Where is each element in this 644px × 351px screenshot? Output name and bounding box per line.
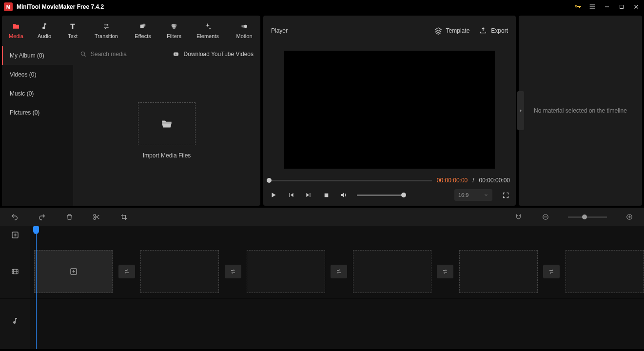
audio-track-icon bbox=[0, 298, 30, 342]
download-icon bbox=[69, 267, 78, 276]
redo-button[interactable] bbox=[37, 212, 47, 222]
hamburger-icon[interactable] bbox=[588, 3, 596, 11]
volume-slider[interactable] bbox=[357, 195, 404, 196]
tab-media[interactable]: Media bbox=[2, 19, 30, 43]
maximize-icon[interactable] bbox=[618, 3, 625, 11]
import-label: Import Media Files bbox=[143, 152, 191, 159]
fullscreen-button[interactable] bbox=[501, 191, 510, 199]
video-track-icon bbox=[0, 244, 30, 298]
tab-effects[interactable]: Effects bbox=[126, 19, 160, 43]
timeline bbox=[0, 208, 644, 349]
export-button[interactable]: Export bbox=[479, 27, 508, 35]
svg-point-20 bbox=[94, 214, 96, 216]
chevron-down-icon bbox=[484, 193, 488, 197]
tab-text[interactable]: Text bbox=[59, 19, 87, 43]
transition-slot[interactable] bbox=[437, 265, 453, 278]
sidebar-item-music[interactable]: Music (0) bbox=[2, 84, 73, 103]
export-label: Export bbox=[491, 27, 508, 34]
clip-slot[interactable] bbox=[353, 250, 431, 293]
minimize-icon[interactable] bbox=[603, 3, 611, 11]
tab-label: Filters bbox=[167, 33, 181, 39]
svg-rect-4 bbox=[620, 5, 624, 9]
filters-icon bbox=[169, 22, 179, 30]
split-button[interactable] bbox=[92, 212, 101, 222]
tab-label: Audio bbox=[38, 33, 51, 39]
template-icon bbox=[434, 27, 442, 35]
next-frame-button[interactable] bbox=[304, 191, 313, 199]
clip-slot[interactable] bbox=[34, 250, 113, 293]
transition-slot[interactable] bbox=[331, 265, 347, 278]
player-title: Player bbox=[271, 27, 425, 34]
tab-transition[interactable]: Transition bbox=[87, 19, 126, 43]
svg-point-21 bbox=[94, 217, 96, 219]
clip-slot[interactable] bbox=[140, 250, 219, 293]
progress-slider[interactable] bbox=[269, 180, 432, 181]
zoom-slider[interactable] bbox=[568, 216, 607, 218]
properties-panel: No material selected on the timeline bbox=[519, 16, 642, 206]
aspect-ratio-select[interactable]: 16:9 bbox=[454, 189, 492, 201]
delete-button[interactable] bbox=[64, 212, 74, 222]
search-icon bbox=[80, 51, 87, 58]
folder-icon bbox=[11, 22, 21, 30]
tab-motion[interactable]: Motion bbox=[227, 19, 261, 43]
tab-elements[interactable]: Elements bbox=[188, 19, 227, 43]
sidebar-item-videos[interactable]: Videos (0) bbox=[2, 65, 73, 84]
tab-label: Media bbox=[9, 33, 23, 39]
audio-track[interactable] bbox=[30, 298, 644, 342]
download-youtube-label: Download YouTube Videos bbox=[184, 51, 254, 58]
time-total: 00:00:00:00 bbox=[479, 177, 510, 184]
text-icon bbox=[68, 22, 78, 30]
volume-icon[interactable] bbox=[339, 191, 348, 199]
timeline-toolbar bbox=[0, 208, 644, 226]
search-input[interactable] bbox=[91, 51, 167, 58]
play-button[interactable] bbox=[269, 191, 278, 199]
svg-point-15 bbox=[241, 25, 243, 27]
export-icon bbox=[479, 27, 487, 35]
magnet-button[interactable] bbox=[513, 212, 523, 222]
properties-empty-message: No material selected on the timeline bbox=[534, 107, 627, 114]
add-track-button[interactable] bbox=[0, 226, 30, 244]
svg-line-17 bbox=[84, 55, 86, 57]
template-button[interactable]: Template bbox=[434, 27, 470, 35]
collapse-properties-button[interactable] bbox=[517, 91, 524, 130]
undo-button[interactable] bbox=[10, 212, 20, 222]
youtube-icon bbox=[172, 51, 180, 57]
tab-label: Text bbox=[68, 33, 78, 39]
transition-slot[interactable] bbox=[118, 265, 135, 278]
svg-point-11 bbox=[173, 26, 176, 29]
clip-slot[interactable] bbox=[459, 250, 538, 293]
import-media-button[interactable] bbox=[138, 102, 195, 145]
ruler-track[interactable] bbox=[30, 226, 644, 244]
player-panel: Player Template Export 00:00:00:00 / 00:… bbox=[263, 16, 516, 206]
tab-label: Transition bbox=[95, 33, 118, 39]
timeline-gutter bbox=[0, 226, 30, 349]
clip-slot[interactable] bbox=[566, 250, 644, 293]
download-youtube-button[interactable]: Download YouTube Videos bbox=[172, 51, 254, 58]
video-track[interactable] bbox=[30, 244, 644, 298]
crop-button[interactable] bbox=[119, 212, 129, 222]
tab-filters[interactable]: Filters bbox=[160, 19, 188, 43]
sidebar-item-pictures[interactable]: Pictures (0) bbox=[2, 103, 73, 122]
motion-icon bbox=[239, 22, 249, 30]
key-icon[interactable] bbox=[574, 3, 582, 11]
timeline-tracks[interactable] bbox=[30, 226, 644, 349]
media-sidebar: My Album (0) Videos (0) Music (0) Pictur… bbox=[2, 46, 73, 206]
clip-slot[interactable] bbox=[247, 250, 325, 293]
zoom-out-button[interactable] bbox=[541, 212, 550, 222]
titlebar: M MiniTool MovieMaker Free 7.4.2 bbox=[0, 0, 644, 14]
transition-slot[interactable] bbox=[543, 265, 560, 278]
svg-rect-19 bbox=[324, 193, 328, 197]
prev-frame-button[interactable] bbox=[287, 191, 295, 199]
zoom-in-button[interactable] bbox=[624, 212, 634, 222]
transition-slot[interactable] bbox=[225, 265, 241, 278]
svg-point-16 bbox=[81, 52, 84, 55]
tab-audio[interactable]: Audio bbox=[30, 19, 59, 43]
effects-icon bbox=[138, 22, 148, 30]
tab-label: Elements bbox=[196, 33, 219, 39]
sidebar-item-myalbum[interactable]: My Album (0) bbox=[2, 46, 73, 65]
stop-button[interactable] bbox=[322, 191, 331, 199]
tab-label: Motion bbox=[236, 33, 252, 39]
aspect-label: 16:9 bbox=[458, 192, 468, 198]
music-note-icon bbox=[39, 22, 49, 30]
close-icon[interactable] bbox=[632, 3, 640, 11]
